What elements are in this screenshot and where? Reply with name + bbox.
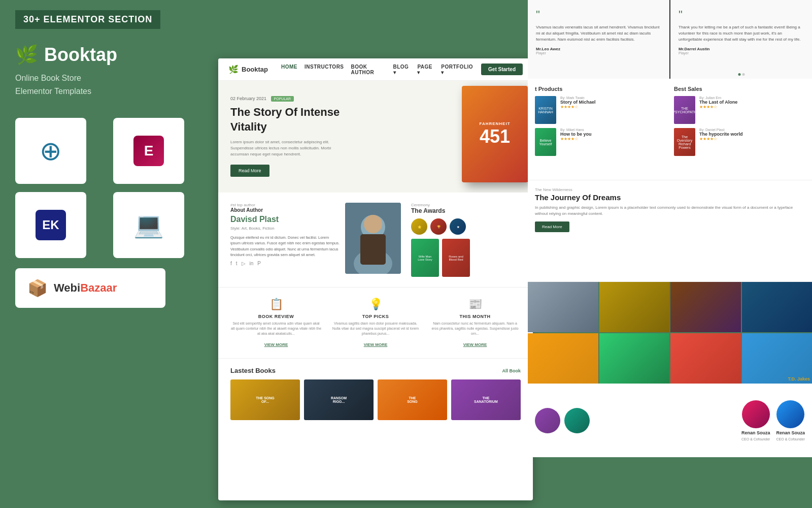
nav-instructors[interactable]: INSTRUCTORS xyxy=(304,64,344,75)
nav-logo: 🌿 Booktap xyxy=(228,65,268,74)
hero-description: Lorem ipsum dolor sit amet, consectetur … xyxy=(230,139,342,157)
ek-card: EK xyxy=(15,192,86,258)
team-area: Renan Souza CEO & Cofounder Renan Souza … xyxy=(528,384,812,457)
book-3[interactable]: THESONG xyxy=(378,379,447,420)
webibazaar-name: WebiBazaar xyxy=(54,281,117,295)
webibazaar-logo-icon: 📦 xyxy=(27,278,48,298)
nav-links[interactable]: HOME INSTRUCTORS BOOK AUTHOR BLOG ▾ PAGE… xyxy=(281,64,473,75)
award-book-2: Roses andBlood Red xyxy=(442,239,470,277)
product-name-1: Story of Michael xyxy=(560,100,596,105)
book-review-view-more[interactable]: VIEW MORE xyxy=(264,342,288,347)
elementor-icon: E xyxy=(133,136,164,166)
product-stars-1: ★★★★☆ xyxy=(560,105,596,109)
product-thumb-1[interactable]: KRISTIN HANNAH xyxy=(535,96,556,124)
author-name: Davisd Plast xyxy=(230,215,340,224)
social-tw-icon[interactable]: t xyxy=(236,261,238,266)
product-thumb-2[interactable]: Believe Yourself xyxy=(535,128,556,156)
gallery-item-2[interactable] xyxy=(599,282,670,332)
author-info: #st top author About Author Davisd Plast… xyxy=(230,203,340,277)
gallery-item-8[interactable]: T.D. Jakes xyxy=(742,333,813,384)
svg-rect-4 xyxy=(360,234,386,265)
award-badge-3: ★ xyxy=(450,218,466,235)
latest-books-title: Lastest Books xyxy=(230,367,276,374)
nav-logo-icon: 🌿 xyxy=(228,65,239,74)
social-fb-icon[interactable]: f xyxy=(230,261,232,266)
gallery-item-5[interactable] xyxy=(528,333,598,384)
dot-1[interactable] xyxy=(738,73,740,76)
social-in-icon[interactable]: in xyxy=(250,261,254,266)
products-col1-title: t Products xyxy=(535,86,666,92)
all-books-link[interactable]: All Book xyxy=(502,368,521,373)
wordpress-card: ⊕ xyxy=(15,118,86,184)
book-review-icon: 📋 xyxy=(230,298,322,311)
hero-read-more-button[interactable]: Read More xyxy=(230,165,269,177)
product-by-1: By: Mark Twain xyxy=(560,96,596,100)
testimonial-role-1: Player xyxy=(536,51,661,55)
product-stars-2: ★★★★☆ xyxy=(560,137,592,141)
social-ig-icon[interactable]: ▷ xyxy=(242,261,246,266)
nav-page[interactable]: PAGE ▾ xyxy=(417,64,434,75)
top-picks-view-more[interactable]: VIEW MORE xyxy=(364,342,388,347)
book-2[interactable]: RANSOMRIGG... xyxy=(304,379,374,420)
feature-book-review-desc: Sed elit sempertity amet cotuvima udin v… xyxy=(230,321,322,336)
product-thumb-3[interactable]: THE PSYCHOPATH xyxy=(674,96,695,124)
author-style: Style: Art, Books, Fiction xyxy=(230,226,340,231)
author-bio: Quisque eleifend eu mi id dictum. Donec … xyxy=(230,235,340,258)
product-stars-3: ★★★★☆ xyxy=(699,105,737,109)
awards-title: The Awards xyxy=(411,207,521,214)
product-name-3: The Last of Alone xyxy=(699,100,737,105)
dot-2[interactable] xyxy=(742,73,745,76)
gallery-item-3[interactable] xyxy=(670,282,741,332)
responsive-card: 💻 xyxy=(113,192,184,258)
team-left xyxy=(535,408,735,433)
hero-popular-badge: POPULAR xyxy=(271,96,294,102)
author-photo-svg xyxy=(345,203,401,274)
product-info-4: By: Daniel Plast The hypocrite world ★★★… xyxy=(699,128,743,141)
testimonial-author-2: Mr.Darrel Austin xyxy=(679,47,804,51)
product-thumb-4[interactable]: The Overstory Richard Powers xyxy=(674,128,695,156)
product-info-3: By: Julian Ern The Last of Alone ★★★★☆ xyxy=(699,96,737,109)
feature-this-month: 📰 THIS MONTH Nam consectetur nunc ac fer… xyxy=(429,298,521,348)
team-role-2: CEO & Cofounder xyxy=(776,437,805,441)
blog-read-more-button[interactable]: Read More xyxy=(535,221,569,232)
blog-title: The Journey Of Dreams xyxy=(535,193,805,202)
gallery-td-jakes-text: T.D. Jakes xyxy=(788,376,810,382)
award-badge-1: ⭐ xyxy=(411,218,427,235)
testimonials-area: " Vivamus iaculis venenatis lacus sit am… xyxy=(528,0,812,79)
book-4[interactable]: THESANATORIUM xyxy=(451,379,521,420)
social-pin-icon[interactable]: P xyxy=(257,261,261,266)
award-books: Wife ManLove Story Roses andBlood Red xyxy=(411,239,521,277)
book-fahrenheit-label: FAHRENHEIT xyxy=(479,121,510,126)
right-panel: " Vivamus iaculis venenatis lacus sit am… xyxy=(528,0,812,508)
gallery-item-1[interactable] xyxy=(528,282,598,332)
quote-icon-1: " xyxy=(536,8,661,21)
feature-top-picks-desc: Vivamus sagittis diam non dolor posuere … xyxy=(330,321,421,336)
nav-book-author[interactable]: BOOK AUTHOR xyxy=(351,64,386,75)
team-name-2: Renan Souza xyxy=(776,430,805,435)
testimonial-card-1: " Vivamus iaculis venenatis lacus sit am… xyxy=(528,0,669,79)
team-member-2: Renan Souza CEO & Cofounder xyxy=(776,400,805,441)
product-by-4: By: Daniel Plast xyxy=(699,128,743,132)
site-navbar: 🌿 Booktap HOME INSTRUCTORS BOOK AUTHOR B… xyxy=(218,58,533,81)
latest-books-header: Lastest Books All Book xyxy=(230,367,521,374)
nav-portfolio[interactable]: PORTFOLIO ▾ xyxy=(441,64,473,75)
nav-blog[interactable]: BLOG ▾ xyxy=(393,64,411,75)
svg-point-3 xyxy=(364,215,382,233)
award-book-1: Wife ManLove Story xyxy=(411,239,439,277)
this-month-view-more[interactable]: VIEW MORE xyxy=(463,342,487,347)
feature-top-picks-title: TOP PICKS xyxy=(330,314,421,319)
gallery-item-6[interactable] xyxy=(599,333,670,384)
top-badge: 30+ ELEMENTOR SECTION xyxy=(15,10,160,29)
book-number: 451 xyxy=(480,126,510,147)
team-member-1: Renan Souza CEO & Cofounder xyxy=(741,400,770,441)
gallery-area: T.D. Jakes xyxy=(528,282,812,384)
blog-area: The New Wilderness The Journey Of Dreams… xyxy=(528,180,812,282)
nav-home[interactable]: HOME xyxy=(281,64,297,75)
get-started-button[interactable]: Get Started xyxy=(481,64,523,75)
gallery-item-7[interactable] xyxy=(670,333,741,384)
quote-icon-2: " xyxy=(679,8,804,21)
wordpress-icon: ⊕ xyxy=(40,136,62,166)
book-1[interactable]: THE SONGOF... xyxy=(230,379,300,420)
products-col2-title: Best Sales xyxy=(674,86,805,92)
gallery-item-4[interactable] xyxy=(742,282,813,332)
